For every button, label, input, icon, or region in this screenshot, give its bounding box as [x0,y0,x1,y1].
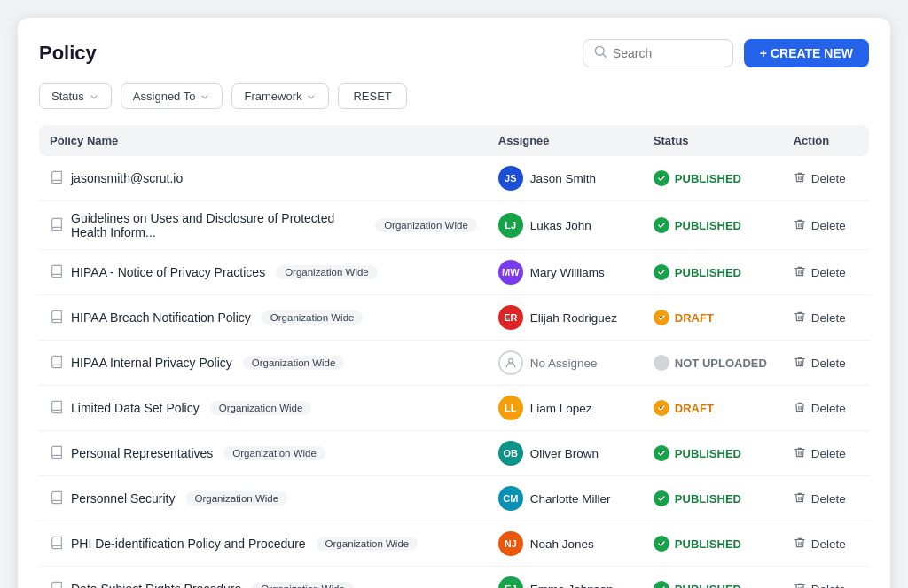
trash-icon [794,171,806,186]
header-row: Policy + CREATE NEW [39,39,869,67]
delete-button[interactable]: Delete [794,310,858,325]
chevron-down-icon [200,91,210,102]
action-cell: Delete [783,156,869,201]
delete-button[interactable]: Delete [794,537,858,552]
table-row: PHI De-identification Policy and Procedu… [39,521,869,567]
policy-tag: Organization Wide [210,401,312,415]
status-icon [654,217,669,233]
status-cell: PUBLISHED [643,250,783,295]
avatar: ER [498,305,523,330]
policy-name-text: Guidelines on Uses and Disclosure of Pro… [71,211,364,239]
table-row: Limited Data Set Policy Organization Wid… [39,386,869,431]
action-cell: Delete [783,567,869,589]
book-icon [50,536,64,553]
action-cell: Delete [783,201,869,250]
action-cell: Delete [783,476,869,521]
book-icon [50,581,64,589]
assignee-name: Elijah Rodriguez [530,311,617,325]
status-text: PUBLISHED [675,266,741,279]
chevron-down-icon [306,91,317,102]
create-new-button[interactable]: + CREATE NEW [744,39,869,67]
status-text: PUBLISHED [675,583,741,589]
reset-button[interactable]: RESET [338,83,406,109]
svg-point-7 [656,357,667,368]
delete-button[interactable]: Delete [794,171,858,186]
status-icon [654,264,669,280]
status-icon [654,310,669,325]
policy-name-cell: Limited Data Set Policy Organization Wid… [39,386,488,431]
table-row: Personnel Security Organization Wide CM … [39,476,869,521]
policy-name-cell: Personnel Security Organization Wide [39,476,488,521]
status-icon [654,400,669,416]
table-row: jasonsmith@scrut.io JS Jason Smith PUBLI… [39,156,869,201]
avatar: EJ [498,576,523,588]
table-header-row: Policy Name Assignee Status Action [39,125,869,156]
status-cell: PUBLISHED [643,156,783,201]
delete-label: Delete [811,447,846,460]
delete-button[interactable]: Delete [794,491,858,506]
status-cell: PUBLISHED [643,521,783,567]
assignee-name: Noah Jones [530,537,594,551]
table-row: HIPAA Internal Privacy Policy Organizati… [39,341,869,386]
assignee-cell: MW Mary Williams [488,250,643,295]
header-right: + CREATE NEW [583,39,869,67]
delete-button[interactable]: Delete [794,446,858,461]
avatar: MW [498,260,523,285]
book-icon [50,217,64,234]
policy-tag: Organization Wide [186,491,288,506]
trash-icon [794,265,806,280]
delete-label: Delete [811,219,846,232]
delete-label: Delete [811,402,846,415]
avatar: OB [498,441,523,466]
book-icon [50,445,64,462]
status-text: PUBLISHED [675,172,741,185]
delete-button[interactable]: Delete [794,401,858,416]
assignee-cell: NJ Noah Jones [488,521,643,567]
action-cell: Delete [783,341,869,386]
col-status: Status [643,125,783,156]
policy-name-cell: HIPAA Internal Privacy Policy Organizati… [39,341,488,386]
assignee-name: Charlotte Miller [530,492,611,506]
table-row: Guidelines on Uses and Disclosure of Pro… [39,201,869,250]
status-icon [654,170,669,186]
status-icon [654,581,669,588]
action-cell: Delete [783,250,869,295]
delete-button[interactable]: Delete [794,356,858,371]
policy-page: Policy + CREATE NEW Status Assigned To [18,18,890,588]
status-filter[interactable]: Status [39,83,112,109]
policy-tag: Organization Wide [223,446,325,460]
assigned-to-filter[interactable]: Assigned To [121,83,223,109]
delete-button[interactable]: Delete [794,218,858,233]
avatar: NJ [498,531,523,556]
delete-label: Delete [811,172,846,185]
col-action: Action [783,125,869,156]
status-icon [654,490,669,506]
status-cell: PUBLISHED [643,431,783,476]
status-cell: PUBLISHED [643,201,783,250]
status-text: NOT UPLOADED [675,357,767,370]
search-input[interactable] [613,46,722,60]
status-text: PUBLISHED [675,447,741,460]
book-icon [50,490,64,507]
policy-name-text: Data Subject Rights Procedure [71,582,241,588]
policy-name-cell: Guidelines on Uses and Disclosure of Pro… [39,201,488,250]
table-row: HIPAA - Notice of Privacy Practices Orga… [39,250,869,295]
book-icon [50,400,64,417]
trash-icon [794,356,806,371]
col-policy-name: Policy Name [39,125,488,156]
trash-icon [794,537,806,552]
policy-name-text: HIPAA Breach Notification Policy [71,310,251,325]
policy-tag: Organization Wide [243,356,345,370]
status-text: DRAFT [675,311,714,325]
assignee-cell: No Assignee [488,341,643,386]
delete-button[interactable]: Delete [794,582,858,589]
policy-tag: Organization Wide [262,310,364,325]
assignee-cell: LJ Lukas John [488,201,643,250]
delete-button[interactable]: Delete [794,265,858,280]
assignee-name: Lukas John [530,219,591,232]
policy-table: Policy Name Assignee Status Action jason… [39,125,869,588]
status-cell: DRAFT [643,386,783,431]
policy-name-text: Limited Data Set Policy [71,401,200,415]
framework-filter[interactable]: Framework [231,83,329,109]
search-box[interactable] [583,39,733,67]
